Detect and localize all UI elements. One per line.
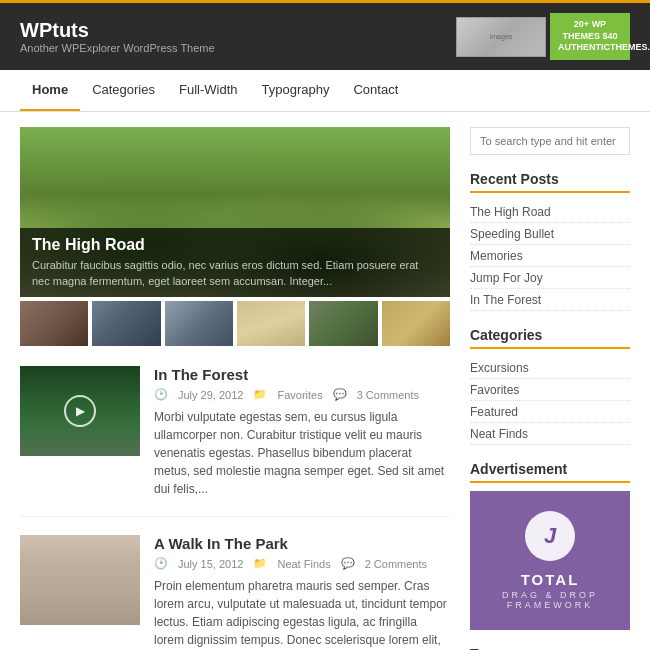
nav-item-contact[interactable]: Contact [341,70,410,111]
main-content: The High Road Curabitur faucibus sagitti… [20,127,450,650]
category-link-4[interactable]: Neat Finds [470,427,528,441]
post-title-2[interactable]: A Walk In The Park [154,535,450,552]
recent-post-link-4[interactable]: Jump For Joy [470,271,543,285]
post-date-2: July 15, 2012 [178,558,243,570]
list-item: Speeding Bullet [470,223,630,245]
post-date-1: July 29, 2012 [178,389,243,401]
header-ad-button[interactable]: 20+ WP THEMES $40 AUTHENTICTHEMES.COM [550,13,630,60]
ad-sub2: FRAMEWORK [480,600,620,610]
categories-title: Categories [470,327,630,349]
recent-post-link-2[interactable]: Speeding Bullet [470,227,554,241]
header-ad-image: images [456,17,546,57]
list-item: Excursions [470,357,630,379]
tags-title: Tags [470,646,630,650]
search-input[interactable] [470,127,630,155]
featured-caption: The High Road Curabitur faucibus sagitti… [20,228,450,297]
post-comment-icon-2: 💬 [341,557,355,570]
post-comments-1[interactable]: 3 Comments [357,389,419,401]
ad-brand: TOTAL [480,571,620,588]
post-comment-icon: 💬 [333,388,347,401]
list-item: Jump For Joy [470,267,630,289]
post-meta-1: 🕑 July 29, 2012 📁 Favorites 💬 3 Comments [154,388,450,401]
post-item: A Walk In The Park 🕑 July 15, 2012 📁 Nea… [20,535,450,650]
post-thumb-park-bg [20,535,140,625]
header-advertisement[interactable]: images 20+ WP THEMES $40 AUTHENTICTHEMES… [456,13,630,60]
list-item: In The Forest [470,289,630,311]
list-item: Neat Finds [470,423,630,445]
nav-item-fullwidth[interactable]: Full-Width [167,70,250,111]
sidebar: Recent Posts The High Road Speeding Bull… [470,127,630,650]
thumb-5[interactable] [309,301,377,346]
featured-image: The High Road Curabitur faucibus sagitti… [20,127,450,297]
post-category-1[interactable]: Favorites [277,389,322,401]
featured-post: The High Road Curabitur faucibus sagitti… [20,127,450,346]
sidebar-categories: Categories Excursions Favorites Featured… [470,327,630,445]
site-tagline: Another WPExplorer WordPress Theme [20,42,215,54]
categories-list: Excursions Favorites Featured Neat Finds [470,357,630,445]
site-branding: WPtuts Another WPExplorer WordPress Them… [20,19,215,54]
recent-post-link-1[interactable]: The High Road [470,205,551,219]
post-title-1[interactable]: In The Forest [154,366,450,383]
post-body-1: In The Forest 🕑 July 29, 2012 📁 Favorite… [154,366,450,498]
ad-sub: DRAG & DROP [480,590,620,600]
post-thumbnail-park [20,535,140,625]
post-excerpt-1: Morbi vulputate egestas sem, eu cursus l… [154,408,450,498]
site-title: WPtuts [20,19,215,42]
ad-circle: J [525,511,575,561]
post-body-2: A Walk In The Park 🕑 July 15, 2012 📁 Nea… [154,535,450,650]
thumb-1[interactable] [20,301,88,346]
post-thumbnail-forest: ▶ [20,366,140,456]
post-excerpt-2: Proin elementum pharetra mauris sed semp… [154,577,450,650]
post-comments-2[interactable]: 2 Comments [365,558,427,570]
site-header: WPtuts Another WPExplorer WordPress Them… [0,0,650,70]
site-wrapper: The High Road Curabitur faucibus sagitti… [0,112,650,650]
recent-posts-title: Recent Posts [470,171,630,193]
list-item: Featured [470,401,630,423]
post-meta-2: 🕑 July 15, 2012 📁 Neat Finds 💬 2 Comment… [154,557,450,570]
post-category-icon-2: 📁 [253,557,267,570]
advertisement-title: Advertisement [470,461,630,483]
sidebar-recent-posts: Recent Posts The High Road Speeding Bull… [470,171,630,311]
sidebar-advertisement: Advertisement J TOTAL DRAG & DROP FRAMEW… [470,461,630,630]
sidebar-tags: Tags blog creative fun minimal theme tra… [470,646,630,650]
post-item: ▶ In The Forest 🕑 July 29, 2012 📁 Favori… [20,366,450,517]
featured-post-title: The High Road [32,236,438,254]
recent-posts-list: The High Road Speeding Bullet Memories J… [470,201,630,311]
post-date-icon: 🕑 [154,388,168,401]
ad-box[interactable]: J TOTAL DRAG & DROP FRAMEWORK [470,491,630,630]
post-category-icon: 📁 [253,388,267,401]
list-item: Memories [470,245,630,267]
thumb-3[interactable] [165,301,233,346]
post-category-2[interactable]: Neat Finds [277,558,330,570]
nav-item-typography[interactable]: Typography [250,70,342,111]
recent-post-link-5[interactable]: In The Forest [470,293,541,307]
list-item: The High Road [470,201,630,223]
main-nav: Home Categories Full-Width Typography Co… [0,70,650,112]
category-link-2[interactable]: Favorites [470,383,519,397]
play-button[interactable]: ▶ [64,395,96,427]
post-date-icon-2: 🕑 [154,557,168,570]
nav-item-categories[interactable]: Categories [80,70,167,111]
category-link-1[interactable]: Excursions [470,361,529,375]
thumb-4[interactable] [237,301,305,346]
category-link-3[interactable]: Featured [470,405,518,419]
thumb-6[interactable] [382,301,450,346]
thumb-2[interactable] [92,301,160,346]
recent-post-link-3[interactable]: Memories [470,249,523,263]
list-item: Favorites [470,379,630,401]
thumbnail-strip [20,301,450,346]
featured-post-excerpt: Curabitur faucibus sagittis odio, nec va… [32,258,438,289]
nav-item-home[interactable]: Home [20,70,80,111]
